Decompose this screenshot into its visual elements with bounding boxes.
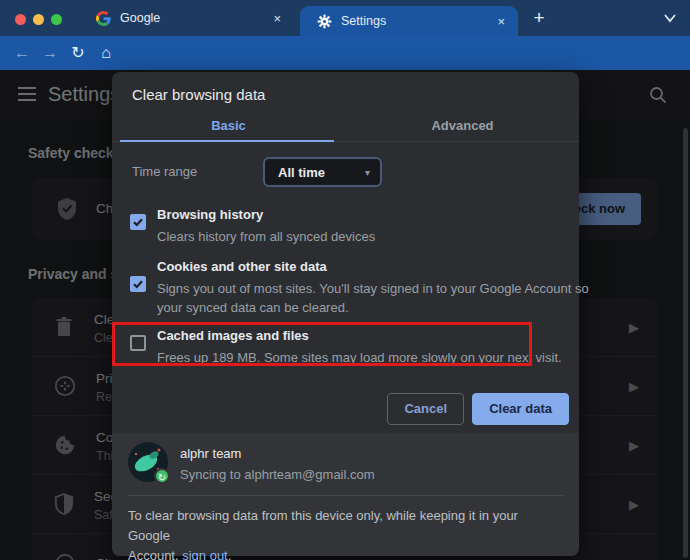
back-button[interactable]: ← xyxy=(9,36,35,70)
option-cookies[interactable]: Cookies and other site data Signs you ou… xyxy=(130,259,567,317)
dialog-footer: ↻ alphr team Syncing to alphrteam@gmail.… xyxy=(112,433,579,556)
clear-data-button[interactable]: Clear data xyxy=(472,393,569,425)
tab-close-icon[interactable]: × xyxy=(273,11,281,26)
tab-google[interactable]: Google × xyxy=(62,0,294,36)
tab-label: Google xyxy=(120,11,160,25)
checkbox-browsing-history[interactable] xyxy=(130,214,146,230)
google-favicon xyxy=(96,11,111,26)
tab-advanced[interactable]: Advanced xyxy=(346,118,579,133)
account-sync-status: Syncing to alphrteam@gmail.com xyxy=(180,467,375,482)
option-browsing-history[interactable]: Browsing history Clears history from all… xyxy=(130,207,567,246)
active-tab-underline xyxy=(120,140,334,142)
checkmark-icon xyxy=(132,278,144,290)
clear-browsing-data-dialog: Clear browsing data Basic Advanced Time … xyxy=(112,72,579,556)
tab-settings[interactable]: Settings × xyxy=(300,6,518,36)
macos-minimize-button[interactable] xyxy=(33,14,44,25)
gear-icon xyxy=(317,14,332,29)
time-range-value: All time xyxy=(278,165,365,180)
account-avatar: ↻ xyxy=(128,442,168,482)
reload-button[interactable]: ↻ xyxy=(65,36,91,70)
sign-out-link[interactable]: sign out xyxy=(182,548,228,560)
dialog-title: Clear browsing data xyxy=(132,86,265,103)
home-button[interactable]: ⌂ xyxy=(93,36,119,70)
sync-badge-icon: ↻ xyxy=(154,468,170,484)
chrome-window: Google × Settings × + ← → ↻ ⌂ xyxy=(0,0,690,560)
tab-basic[interactable]: Basic xyxy=(112,118,345,133)
footer-note: To clear browsing data from this device … xyxy=(128,506,558,560)
time-range-label: Time range xyxy=(132,157,197,187)
dialog-tabs: Basic Advanced xyxy=(112,118,579,142)
time-range-select[interactable]: All time ▾ xyxy=(263,157,382,187)
toolbar: ← → ↻ ⌂ Chrome chrome://settings/clearBr… xyxy=(0,36,690,70)
checkmark-icon xyxy=(132,216,144,228)
tab-label: Settings xyxy=(341,14,386,28)
tab-close-icon[interactable]: × xyxy=(497,14,505,29)
red-highlight-annotation xyxy=(112,322,532,366)
tab-search-chevron-icon[interactable] xyxy=(662,11,678,25)
dropdown-caret-icon: ▾ xyxy=(365,167,370,178)
footer-divider xyxy=(128,495,563,496)
new-tab-button[interactable]: + xyxy=(528,6,550,30)
checkbox-cookies[interactable] xyxy=(130,276,146,292)
cancel-button[interactable]: Cancel xyxy=(387,393,464,425)
forward-button[interactable]: → xyxy=(37,36,63,70)
tab-strip: Google × Settings × + xyxy=(0,0,690,36)
dialog-buttons: Cancel Clear data xyxy=(387,393,569,425)
macos-close-button[interactable] xyxy=(15,14,26,25)
account-name: alphr team xyxy=(180,446,241,461)
macos-zoom-button[interactable] xyxy=(51,14,62,25)
